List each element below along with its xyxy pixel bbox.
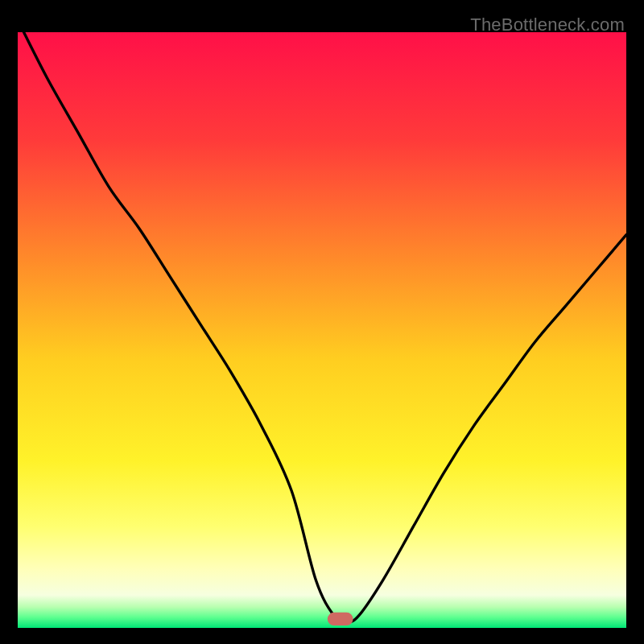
chart-frame: TheBottleneck.com bbox=[8, 8, 636, 636]
chart-svg bbox=[18, 32, 626, 628]
gradient-background bbox=[18, 32, 626, 628]
plot-area bbox=[18, 32, 626, 628]
optimal-marker bbox=[328, 613, 353, 625]
